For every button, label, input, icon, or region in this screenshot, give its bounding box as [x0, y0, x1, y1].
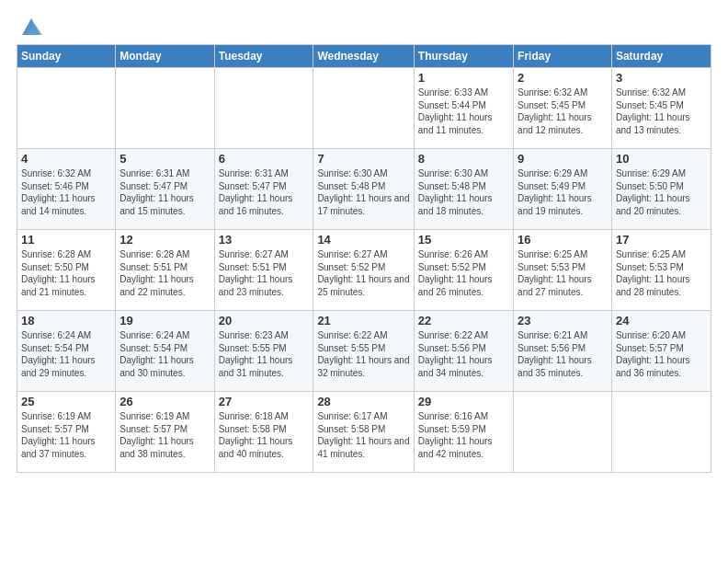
calendar-cell: 13Sunrise: 6:27 AM Sunset: 5:51 PM Dayli… — [214, 230, 313, 311]
day-info: Sunrise: 6:17 AM Sunset: 5:58 PM Dayligh… — [317, 410, 409, 460]
weekday-header: Saturday — [611, 45, 711, 68]
day-info: Sunrise: 6:16 AM Sunset: 5:59 PM Dayligh… — [418, 410, 509, 460]
header — [17, 9, 711, 39]
calendar-cell: 7Sunrise: 6:30 AM Sunset: 5:48 PM Daylig… — [313, 149, 414, 230]
day-info: Sunrise: 6:30 AM Sunset: 5:48 PM Dayligh… — [418, 167, 509, 217]
day-info: Sunrise: 6:19 AM Sunset: 5:57 PM Dayligh… — [21, 410, 111, 460]
day-number: 23 — [518, 314, 608, 327]
day-info: Sunrise: 6:31 AM Sunset: 5:47 PM Dayligh… — [119, 167, 210, 217]
day-number: 29 — [418, 395, 509, 408]
day-number: 18 — [21, 314, 111, 327]
calendar-cell — [17, 68, 116, 149]
day-info: Sunrise: 6:31 AM Sunset: 5:47 PM Dayligh… — [219, 167, 310, 217]
day-number: 6 — [219, 152, 310, 166]
day-info: Sunrise: 6:30 AM Sunset: 5:48 PM Dayligh… — [317, 167, 409, 217]
day-info: Sunrise: 6:25 AM Sunset: 5:53 PM Dayligh… — [518, 248, 608, 298]
day-number: 1 — [418, 71, 509, 85]
day-info: Sunrise: 6:28 AM Sunset: 5:51 PM Dayligh… — [119, 248, 210, 298]
day-info: Sunrise: 6:28 AM Sunset: 5:50 PM Dayligh… — [21, 248, 111, 298]
day-info: Sunrise: 6:24 AM Sunset: 5:54 PM Dayligh… — [119, 329, 210, 379]
day-number: 8 — [418, 152, 509, 166]
day-number: 5 — [119, 152, 210, 166]
calendar-cell: 27Sunrise: 6:18 AM Sunset: 5:58 PM Dayli… — [214, 392, 313, 473]
day-info: Sunrise: 6:20 AM Sunset: 5:57 PM Dayligh… — [616, 329, 707, 379]
day-number: 26 — [119, 395, 210, 408]
calendar-cell — [313, 68, 414, 149]
day-info: Sunrise: 6:25 AM Sunset: 5:53 PM Dayligh… — [616, 248, 707, 298]
calendar-cell: 12Sunrise: 6:28 AM Sunset: 5:51 PM Dayli… — [116, 230, 214, 311]
day-info: Sunrise: 6:18 AM Sunset: 5:58 PM Dayligh… — [219, 410, 310, 460]
calendar-cell — [611, 392, 711, 473]
calendar-cell: 28Sunrise: 6:17 AM Sunset: 5:58 PM Dayli… — [313, 392, 414, 473]
calendar-cell: 19Sunrise: 6:24 AM Sunset: 5:54 PM Dayli… — [116, 311, 214, 392]
calendar-cell: 9Sunrise: 6:29 AM Sunset: 5:49 PM Daylig… — [514, 149, 612, 230]
day-number: 24 — [616, 314, 707, 327]
day-number: 10 — [616, 152, 707, 166]
calendar-cell: 17Sunrise: 6:25 AM Sunset: 5:53 PM Dayli… — [611, 230, 711, 311]
weekday-header: Thursday — [414, 45, 513, 68]
calendar: SundayMondayTuesdayWednesdayThursdayFrid… — [17, 44, 711, 473]
day-number: 16 — [518, 233, 608, 247]
day-number: 13 — [219, 233, 310, 247]
calendar-cell: 23Sunrise: 6:21 AM Sunset: 5:56 PM Dayli… — [514, 311, 612, 392]
day-info: Sunrise: 6:32 AM Sunset: 5:45 PM Dayligh… — [616, 86, 707, 136]
day-number: 25 — [21, 395, 111, 408]
weekday-header: Wednesday — [313, 45, 414, 68]
calendar-cell: 14Sunrise: 6:27 AM Sunset: 5:52 PM Dayli… — [313, 230, 414, 311]
calendar-cell: 18Sunrise: 6:24 AM Sunset: 5:54 PM Dayli… — [17, 311, 116, 392]
day-info: Sunrise: 6:29 AM Sunset: 5:49 PM Dayligh… — [518, 167, 608, 217]
day-info: Sunrise: 6:32 AM Sunset: 5:45 PM Dayligh… — [518, 86, 608, 136]
day-info: Sunrise: 6:22 AM Sunset: 5:56 PM Dayligh… — [418, 329, 509, 379]
calendar-cell — [514, 392, 612, 473]
day-info: Sunrise: 6:27 AM Sunset: 5:51 PM Dayligh… — [219, 248, 310, 298]
logo — [17, 13, 44, 39]
calendar-cell: 26Sunrise: 6:19 AM Sunset: 5:57 PM Dayli… — [116, 392, 214, 473]
day-info: Sunrise: 6:33 AM Sunset: 5:44 PM Dayligh… — [418, 86, 509, 136]
calendar-cell: 8Sunrise: 6:30 AM Sunset: 5:48 PM Daylig… — [414, 149, 513, 230]
weekday-header: Monday — [116, 45, 214, 68]
day-number: 11 — [21, 233, 111, 247]
calendar-cell — [116, 68, 214, 149]
calendar-cell: 15Sunrise: 6:26 AM Sunset: 5:52 PM Dayli… — [414, 230, 513, 311]
calendar-cell: 6Sunrise: 6:31 AM Sunset: 5:47 PM Daylig… — [214, 149, 313, 230]
day-number: 12 — [119, 233, 210, 247]
calendar-cell: 22Sunrise: 6:22 AM Sunset: 5:56 PM Dayli… — [414, 311, 513, 392]
weekday-header: Sunday — [17, 45, 116, 68]
day-info: Sunrise: 6:21 AM Sunset: 5:56 PM Dayligh… — [518, 329, 608, 379]
calendar-cell: 11Sunrise: 6:28 AM Sunset: 5:50 PM Dayli… — [17, 230, 116, 311]
weekday-header: Friday — [514, 45, 612, 68]
day-number: 4 — [21, 152, 111, 166]
day-info: Sunrise: 6:22 AM Sunset: 5:55 PM Dayligh… — [317, 329, 409, 379]
day-number: 20 — [219, 314, 310, 327]
day-info: Sunrise: 6:19 AM Sunset: 5:57 PM Dayligh… — [119, 410, 210, 460]
calendar-cell: 29Sunrise: 6:16 AM Sunset: 5:59 PM Dayli… — [414, 392, 513, 473]
calendar-cell: 5Sunrise: 6:31 AM Sunset: 5:47 PM Daylig… — [116, 149, 214, 230]
calendar-cell: 4Sunrise: 6:32 AM Sunset: 5:46 PM Daylig… — [17, 149, 116, 230]
calendar-cell: 3Sunrise: 6:32 AM Sunset: 5:45 PM Daylig… — [611, 68, 711, 149]
calendar-cell — [214, 68, 313, 149]
day-number: 28 — [317, 395, 409, 408]
day-number: 9 — [518, 152, 608, 166]
day-number: 2 — [518, 71, 608, 85]
calendar-cell: 2Sunrise: 6:32 AM Sunset: 5:45 PM Daylig… — [514, 68, 612, 149]
day-info: Sunrise: 6:27 AM Sunset: 5:52 PM Dayligh… — [317, 248, 409, 298]
calendar-cell: 20Sunrise: 6:23 AM Sunset: 5:55 PM Dayli… — [214, 311, 313, 392]
calendar-cell: 21Sunrise: 6:22 AM Sunset: 5:55 PM Dayli… — [313, 311, 414, 392]
day-number: 22 — [418, 314, 509, 327]
calendar-cell: 16Sunrise: 6:25 AM Sunset: 5:53 PM Dayli… — [514, 230, 612, 311]
calendar-cell: 24Sunrise: 6:20 AM Sunset: 5:57 PM Dayli… — [611, 311, 711, 392]
calendar-cell: 10Sunrise: 6:29 AM Sunset: 5:50 PM Dayli… — [611, 149, 711, 230]
weekday-header: Tuesday — [214, 45, 313, 68]
calendar-cell: 1Sunrise: 6:33 AM Sunset: 5:44 PM Daylig… — [414, 68, 513, 149]
day-info: Sunrise: 6:26 AM Sunset: 5:52 PM Dayligh… — [418, 248, 509, 298]
day-number: 3 — [616, 71, 707, 85]
day-number: 14 — [317, 233, 409, 247]
day-number: 7 — [317, 152, 409, 166]
day-info: Sunrise: 6:23 AM Sunset: 5:55 PM Dayligh… — [219, 329, 310, 379]
day-number: 19 — [119, 314, 210, 327]
day-info: Sunrise: 6:24 AM Sunset: 5:54 PM Dayligh… — [21, 329, 111, 379]
day-number: 27 — [219, 395, 310, 408]
logo-icon — [18, 13, 44, 39]
day-number: 15 — [418, 233, 509, 247]
day-info: Sunrise: 6:32 AM Sunset: 5:46 PM Dayligh… — [21, 167, 111, 217]
